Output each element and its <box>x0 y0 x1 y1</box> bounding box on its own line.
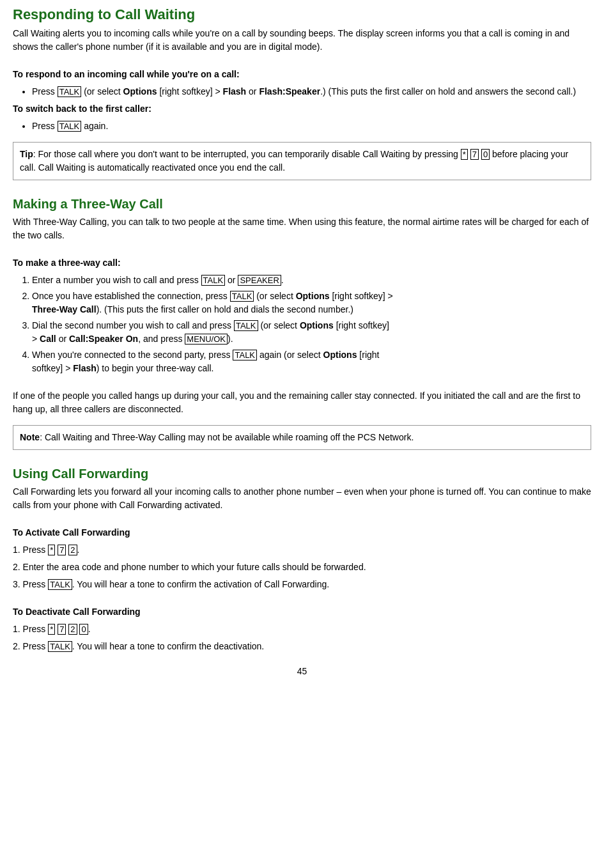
section3-deactivate-title: To Deactivate Call Forwarding <box>13 605 591 619</box>
section1-bullet2: Press TALK again. <box>32 120 591 133</box>
section2-intro: With Three-Way Calling, you can talk to … <box>13 215 591 242</box>
star-key-3: * <box>48 624 55 635</box>
note-label: Note: Call Waiting and Three-Way Calling… <box>20 432 414 442</box>
section3-activate-title: To Activate Call Forwarding <box>13 526 591 539</box>
section3-activate-step3: 3. Press TALK. You will hear a tone to c… <box>13 578 591 591</box>
section3-intro: Call Forwarding lets you forward all you… <box>13 485 591 512</box>
section1-intro: Call Waiting alerts you to incoming call… <box>13 27 591 54</box>
seven-key-3: 7 <box>58 624 66 635</box>
speaker-key-1: SPEAKER <box>238 275 281 286</box>
talk-key-7: TALK <box>48 579 72 590</box>
section2-followup: If one of the people you called hangs up… <box>13 389 591 416</box>
section3-deactivate-step2: 2. Press TALK. You will hear a tone to c… <box>13 640 591 653</box>
two-key-2: 2 <box>68 624 77 635</box>
talk-key-6: TALK <box>233 350 257 360</box>
note-box: Note: Call Waiting and Three-Way Calling… <box>13 425 591 450</box>
section2-sub-title: To make a three-way call: <box>13 256 591 270</box>
talk-key-8: TALK <box>48 641 72 652</box>
section1-bullet1: Press TALK (or select Options [right sof… <box>32 85 591 98</box>
zero-key: 0 <box>481 149 490 160</box>
section2-step3: Dial the second number you wish to call … <box>32 319 591 346</box>
page-number: 45 <box>13 666 591 676</box>
section-call-waiting: Responding to Call Waiting Call Waiting … <box>13 6 591 133</box>
section2-step2: Once you have established the connection… <box>32 290 591 316</box>
tip-box: Tip: For those call where you don't want… <box>13 142 591 180</box>
talk-key-5: TALK <box>234 320 258 331</box>
section3-activate-step1: 1. Press * 7 2. <box>13 543 591 557</box>
talk-key-1: TALK <box>58 86 82 97</box>
talk-key-4: TALK <box>230 291 254 302</box>
star-key: * <box>461 149 468 160</box>
two-key-1: 2 <box>68 545 77 555</box>
zero-key-2: 0 <box>79 624 88 635</box>
section3-deactivate-step1: 1. Press * 7 2 0. <box>13 623 591 636</box>
section1-sub1-title: To respond to an incoming call while you… <box>13 68 591 81</box>
section3-title: Using Call Forwarding <box>13 467 591 481</box>
star-key-2: * <box>48 545 55 555</box>
section2-step1: Enter a number you wish to call and pres… <box>32 274 591 287</box>
section3-activate-step2: 2. Enter the area code and phone number … <box>13 561 591 574</box>
section1-sub2-title: To switch back to the first caller: <box>13 102 591 116</box>
section-three-way-call: Making a Three-Way Call With Three-Way C… <box>13 197 591 416</box>
section2-step4: When you're connected to the second part… <box>32 348 591 375</box>
section1-title: Responding to Call Waiting <box>13 6 591 23</box>
talk-key-2: TALK <box>58 121 82 132</box>
section2-title: Making a Three-Way Call <box>13 197 591 212</box>
menuok-key-1: MENU/OK <box>185 334 228 345</box>
seven-key-2: 7 <box>58 545 66 555</box>
seven-key: 7 <box>470 149 479 160</box>
section-call-forwarding: Using Call Forwarding Call Forwarding le… <box>13 467 591 653</box>
tip-label: Tip: For those call where you don't want… <box>20 149 568 173</box>
talk-key-3: TALK <box>201 275 226 286</box>
